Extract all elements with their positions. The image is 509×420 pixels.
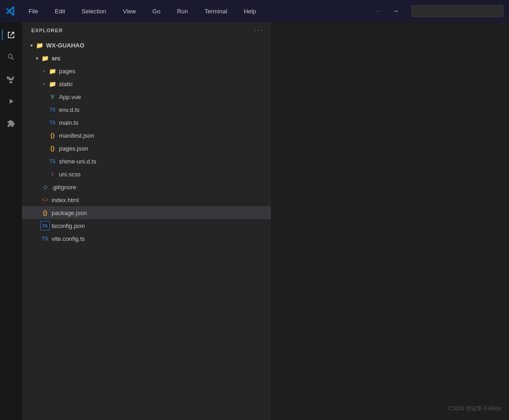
list-item[interactable]: ▾ 📁 src (22, 52, 271, 64)
file-label: App.vue (59, 93, 81, 100)
watermark: CSDN @蓝匣子Albox (448, 405, 502, 413)
file-label: package.json (52, 210, 87, 216)
file-label: .gitignore (52, 184, 76, 191)
list-item[interactable]: › 📁 pages (22, 64, 271, 77)
menu-go[interactable]: Go (149, 6, 164, 17)
file-tree: ▾ 📁 WX-GUAHAO ▾ 📁 src › 📁 pages › 📁 stat… (22, 39, 271, 420)
ts-file-icon: TS (48, 157, 57, 166)
explorer-header: EXPLORER ··· (22, 22, 271, 39)
list-item[interactable]: <> index.html (22, 193, 271, 206)
folder-icon: 📁 (35, 41, 44, 50)
file-label: env.d.ts (59, 106, 80, 113)
back-arrow[interactable]: ← (373, 6, 386, 16)
ts-file-icon: TS (48, 105, 57, 114)
chevron-down-icon: ▾ (33, 54, 41, 62)
folder-icon: 📁 (48, 79, 57, 88)
activity-search[interactable] (2, 48, 20, 66)
list-item[interactable]: {} package.json (22, 206, 271, 219)
list-item[interactable]: TS main.ts (22, 116, 271, 129)
list-item[interactable]: {} manifest.json (22, 129, 271, 142)
list-item[interactable]: ts tsconfig.json (22, 219, 271, 232)
file-label: shime-uni.d.ts (59, 158, 96, 165)
menu-selection[interactable]: Selection (78, 6, 110, 17)
file-label: tsconfig.json (52, 222, 85, 229)
sidebar: EXPLORER ··· ▾ 📁 WX-GUAHAO ▾ 📁 src › 📁 p… (22, 22, 271, 420)
chevron-right-icon: › (41, 67, 48, 75)
list-item[interactable]: TS env.d.ts (22, 103, 271, 116)
chevron-right-icon: › (41, 80, 48, 88)
file-label: pages.json (59, 145, 88, 152)
list-item[interactable]: TS vite.config.ts (22, 232, 271, 245)
forward-arrow[interactable]: → (389, 6, 402, 16)
file-label: main.ts (59, 119, 78, 126)
html-file-icon: <> (41, 195, 50, 204)
tsconfig-file-icon: ts (41, 221, 50, 230)
menu-view[interactable]: View (119, 6, 140, 17)
main-layout: EXPLORER ··· ▾ 📁 WX-GUAHAO ▾ 📁 src › 📁 p… (0, 22, 509, 420)
activity-extensions[interactable] (2, 114, 20, 133)
folder-label: src (52, 55, 61, 62)
chevron-down-icon: ▾ (28, 41, 35, 49)
json-file-icon: {} (48, 144, 57, 153)
vue-file-icon: V (48, 92, 57, 101)
editor-area[interactable] (271, 22, 509, 420)
file-label: vite.config.ts (52, 235, 85, 242)
folder-icon: 📁 (41, 53, 50, 63)
activity-bar (0, 22, 22, 420)
ts-file-icon: TS (41, 234, 50, 243)
activity-source-control[interactable] (2, 70, 20, 88)
file-label: manifest.json (59, 132, 94, 139)
ts-file-icon: TS (48, 118, 57, 127)
list-item[interactable]: ◇ .gitignore (22, 181, 271, 193)
scss-file-icon: ♀ (48, 169, 57, 179)
titlebar: File Edit Selection View Go Run Terminal… (0, 0, 509, 22)
gitignore-file-icon: ◇ (41, 182, 50, 192)
file-label: pages (59, 68, 75, 75)
activity-run-debug[interactable] (2, 92, 20, 111)
explorer-more-button[interactable]: ··· (255, 26, 263, 35)
file-label: uni.scss (59, 171, 81, 178)
list-item[interactable]: {} pages.json (22, 142, 271, 155)
nav-arrows: ← → (373, 6, 402, 16)
list-item[interactable]: ♀ uni.scss (22, 168, 271, 181)
menu-help[interactable]: Help (240, 6, 260, 17)
activity-explorer[interactable] (2, 26, 20, 44)
folder-icon: 📁 (48, 66, 57, 76)
list-item[interactable]: V App.vue (22, 90, 271, 103)
menu-run[interactable]: Run (173, 6, 192, 17)
folder-label: WX-GUAHAO (46, 42, 84, 49)
explorer-title: EXPLORER (31, 28, 63, 33)
json-file-icon: {} (48, 131, 57, 140)
menu-edit[interactable]: Edit (51, 6, 69, 17)
list-item[interactable]: TS shime-uni.d.ts (22, 155, 271, 168)
list-item[interactable]: › 📁 static (22, 77, 271, 90)
menu-terminal[interactable]: Terminal (201, 6, 231, 17)
file-label: index.html (52, 197, 79, 204)
menu-file[interactable]: File (25, 6, 42, 17)
file-label: static (59, 81, 73, 88)
vscode-logo (6, 6, 16, 16)
search-bar[interactable] (411, 5, 503, 17)
json-file-icon: {} (41, 208, 50, 217)
list-item[interactable]: ▾ 📁 WX-GUAHAO (22, 39, 271, 52)
